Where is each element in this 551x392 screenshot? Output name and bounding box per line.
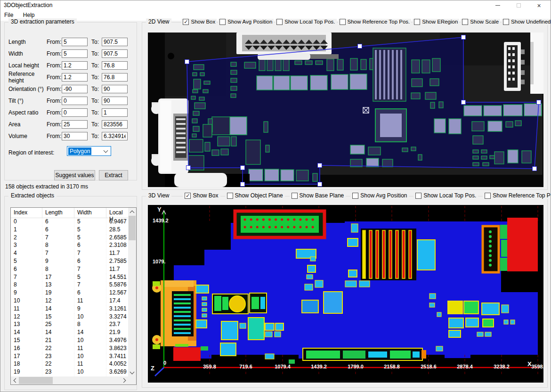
checkbox-show-box[interactable]: ✓Show Box (181, 19, 217, 25)
scroll-down-button[interactable] (128, 368, 136, 376)
reference-height-from-input[interactable] (62, 73, 88, 82)
x-axis-tick: 1439.2 (311, 364, 327, 369)
area-to-input[interactable] (102, 120, 128, 129)
tilt-to-input[interactable] (102, 97, 128, 105)
vertical-scroll-thumb[interactable] (129, 216, 136, 240)
checkbox-show-box[interactable]: ✓Show Box (183, 192, 220, 199)
y-axis-tick: 1439.2 (153, 218, 169, 223)
horizontal-scrollbar[interactable] (11, 376, 128, 384)
scroll-up-button[interactable] (128, 208, 136, 216)
cell: 10 (74, 368, 106, 376)
table-row[interactable]: 10121117.4 (11, 297, 128, 305)
bottom-strip-3d (303, 348, 426, 360)
parameter-label: Aspect ratio (5, 109, 47, 116)
view-2d-viewport[interactable] (148, 33, 543, 187)
column-header-index[interactable]: Index (11, 208, 42, 218)
window: 3DObjectExtraction × File Help 3D extrac… (0, 0, 551, 392)
cell: 3.3274 (106, 313, 128, 321)
table-row[interactable]: 1723103.7411 (11, 353, 128, 361)
table-row[interactable]: 81375.5876 (11, 281, 128, 289)
checkbox-show-base-plane[interactable]: Show Base Plane (290, 192, 346, 199)
cell: 8 (74, 321, 106, 329)
table-row[interactable]: 1325823.7 (11, 321, 128, 329)
cell: 11 (11, 305, 42, 313)
local-height-to-input[interactable] (102, 61, 128, 70)
vertical-scrollbar[interactable] (128, 208, 136, 376)
length-from-input[interactable] (62, 38, 88, 46)
view-2d-group: 2D View ✓Show BoxShow Avg PositionShow L… (142, 22, 548, 190)
2d-view-canvas[interactable] (148, 33, 543, 187)
view-3d-viewport[interactable]: Y X Z 0359.8719.61079.41439.21799.02158.… (148, 205, 543, 383)
column-header-length[interactable]: Length (42, 208, 74, 218)
cell: 3.6269 (106, 368, 128, 376)
table-row[interactable]: 1215103.3274 (11, 313, 128, 321)
suggest-values-button[interactable]: Suggest values (54, 170, 95, 180)
checkbox-label: Show Local Top Pos. (284, 19, 335, 24)
table-row[interactable]: 1622113.8623 (11, 345, 128, 353)
scroll-left-button[interactable] (11, 376, 19, 384)
table-row[interactable]: 3862.3108 (11, 242, 128, 250)
3d-view-canvas[interactable] (148, 205, 543, 383)
column-header-local-h[interactable]: Local H (106, 208, 128, 218)
checkbox-show-local-top-pos[interactable]: Show Local Top Pos. (275, 19, 336, 25)
close-button[interactable]: × (528, 0, 550, 10)
table-row[interactable]: 1521103.4976 (11, 337, 128, 345)
aspect-ratio-to-input[interactable] (102, 108, 128, 117)
cell: 10 (11, 297, 42, 305)
width-from-input[interactable] (62, 49, 88, 58)
roi-center-marker[interactable] (363, 107, 369, 113)
checkbox-show-eregion[interactable]: Show ERegion (413, 19, 459, 25)
parameter-row-area: AreaFrom:To: (5, 118, 137, 130)
table-row[interactable]: 5962.7585 (11, 258, 128, 266)
table-row[interactable]: 717514.551 (11, 274, 128, 282)
checkbox-show-reference-top-pos[interactable]: Show Reference Top Pos. (483, 192, 551, 199)
chevron-up-icon (130, 210, 135, 215)
orientation-from-input[interactable] (62, 85, 88, 93)
aspect-ratio-from-input[interactable] (62, 108, 88, 117)
x-axis-tick: 3238.2 (494, 364, 510, 369)
minimize-button[interactable] (487, 0, 508, 10)
cell: 3.8623 (106, 345, 128, 353)
table-row[interactable]: 1923103.6269 (11, 368, 128, 376)
x-axis-tick: 1799.0 (348, 364, 364, 369)
checkbox-show-avg-position[interactable]: Show Avg Position (218, 19, 274, 25)
area-from-input[interactable] (62, 120, 88, 129)
parameters-group: 3D extraction parameters LengthFrom:To:W… (4, 22, 137, 180)
checkbox-show-avg-position[interactable]: Show Avg Position (350, 192, 409, 199)
cell: 8 (42, 266, 74, 274)
from-label: From: (47, 74, 62, 81)
table-row[interactable]: 16528.5 (11, 226, 128, 234)
table-row[interactable]: 47711.7 (11, 250, 128, 258)
checkbox-show-scale[interactable]: Show Scale (461, 19, 500, 25)
table-row[interactable]: 0656.9467 (11, 218, 128, 226)
cell: 14 (42, 305, 74, 313)
parameter-label: Reference height (5, 71, 47, 84)
horizontal-scroll-thumb[interactable] (19, 377, 53, 384)
column-header-width[interactable]: Width (74, 208, 106, 218)
table-row[interactable]: 14141421.9 (11, 329, 128, 337)
table-row[interactable]: 68711.7 (11, 266, 128, 274)
checkbox-show-undefined[interactable]: Show Undefined (502, 19, 551, 25)
checkbox-show-local-top-pos[interactable]: Show Local Top Pos. (413, 192, 478, 199)
extract-button[interactable]: Extract (99, 170, 128, 180)
table-row[interactable]: 919612.567 (11, 289, 128, 297)
volume-to-input[interactable] (102, 132, 128, 140)
cell: 6 (74, 289, 106, 297)
maximize-button[interactable] (508, 0, 529, 10)
volume-from-input[interactable] (62, 132, 88, 140)
width-to-input[interactable] (102, 49, 128, 58)
table-row[interactable]: 2752.6585 (11, 234, 128, 242)
table-row[interactable]: 1822114.0052 (11, 360, 128, 368)
from-label: From: (47, 62, 62, 69)
checkbox-show-reference-top-pos[interactable]: Show Reference Top Pos. (338, 19, 412, 25)
length-to-input[interactable] (102, 38, 128, 46)
scroll-right-button[interactable] (120, 376, 128, 384)
tilt-from-input[interactable] (62, 97, 88, 105)
reference-height-to-input[interactable] (102, 73, 128, 82)
orientation-to-input[interactable] (102, 85, 128, 93)
cell: 4 (11, 250, 42, 258)
table-row[interactable]: 111493.1261 (11, 305, 128, 313)
checkbox-show-object-plane[interactable]: Show Object Plane (225, 192, 285, 199)
local-height-from-input[interactable] (62, 61, 88, 70)
roi-dropdown[interactable]: Polygon (67, 146, 111, 156)
